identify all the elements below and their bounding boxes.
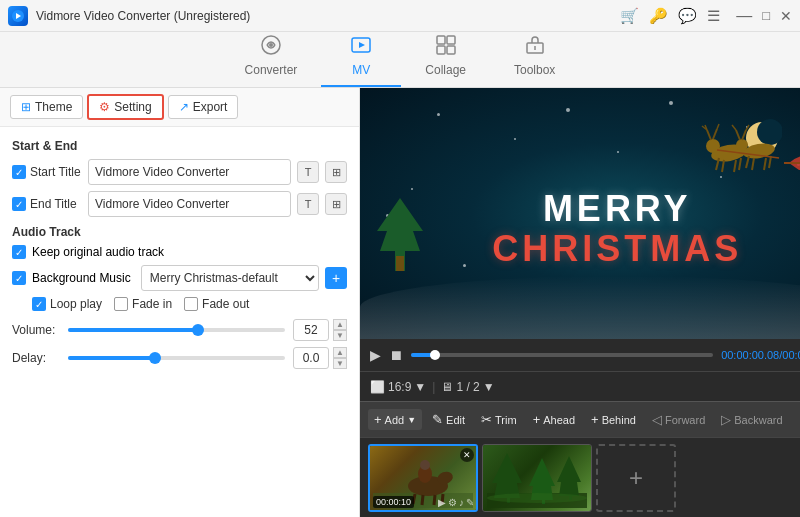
app-logo [8, 6, 28, 26]
clip-select-btn[interactable]: 🖥 1 / 2 ▼ [441, 380, 494, 394]
subtab-theme[interactable]: ⊞ Theme [10, 95, 83, 119]
volume-up-btn[interactable]: ▲ [333, 319, 347, 330]
play-button[interactable]: ▶ [370, 347, 381, 363]
thumbnail-2[interactable] [482, 444, 592, 512]
svg-point-3 [269, 43, 273, 47]
svg-line-32 [732, 125, 736, 130]
subtab-export[interactable]: ↗ Export [168, 95, 239, 119]
empty-btn[interactable]: 🗑 Empty [793, 409, 800, 430]
volume-value: 52 [293, 319, 329, 341]
maximize-button[interactable]: □ [762, 8, 770, 23]
reindeer-scene [669, 108, 800, 188]
thumb-play-icon[interactable]: ▶ [438, 497, 446, 508]
end-title-grid-btn[interactable]: ⊞ [325, 193, 347, 215]
key-icon[interactable]: 🔑 [649, 7, 668, 25]
svg-line-33 [742, 130, 746, 140]
svg-line-28 [713, 129, 717, 139]
end-title-font-btn[interactable]: T [297, 193, 319, 215]
minimize-button[interactable]: — [736, 8, 752, 24]
svg-line-17 [722, 160, 724, 172]
trim-btn[interactable]: ✂ Trim [475, 409, 523, 430]
fade-in-label: Fade in [114, 297, 172, 311]
tab-collage[interactable]: Collage [401, 28, 490, 87]
tab-converter[interactable]: Converter [221, 28, 322, 87]
start-end-title: Start & End [12, 139, 347, 153]
forward-icon: ◁ [652, 412, 662, 427]
end-title-input[interactable] [88, 191, 291, 217]
close-button[interactable]: ✕ [780, 8, 792, 24]
thumbnails-area: 00:00:10 ✕ ▶ ⚙ ♪ ✎ [360, 437, 800, 517]
start-title-checkbox[interactable]: ✓ [12, 165, 26, 179]
cart-icon[interactable]: 🛒 [620, 7, 639, 25]
setting-icon: ⚙ [99, 100, 110, 114]
svg-point-24 [706, 139, 720, 153]
svg-line-31 [736, 130, 740, 140]
behind-btn[interactable]: + Behind [585, 409, 642, 430]
subtab-setting[interactable]: ⚙ Setting [87, 94, 163, 120]
add-thumbnail-btn[interactable]: + [596, 444, 676, 512]
ratio-icon: ⬜ [370, 380, 385, 394]
tree-left [375, 196, 425, 276]
edit-btn[interactable]: ✎ Edit [426, 409, 471, 430]
fade-in-checkbox[interactable] [114, 297, 128, 311]
fade-out-checkbox[interactable] [184, 297, 198, 311]
tab-toolbox-label: Toolbox [514, 63, 555, 77]
tab-mv-label: MV [352, 63, 370, 77]
delay-slider[interactable] [68, 356, 285, 360]
volume-down-btn[interactable]: ▼ [333, 330, 347, 341]
loop-play-checkbox[interactable]: ✓ [32, 297, 46, 311]
svg-point-51 [420, 460, 430, 470]
thumbnail-1[interactable]: 00:00:10 ✕ ▶ ⚙ ♪ ✎ [368, 444, 478, 512]
thumb-edit-icon[interactable]: ✎ [466, 497, 474, 508]
bg-music-checkbox[interactable]: ✓ [12, 271, 26, 285]
start-title-grid-btn[interactable]: ⊞ [325, 161, 347, 183]
video-bottom-bar: ⬜ 16:9 ▼ | 🖥 1 / 2 ▼ Export [360, 371, 800, 401]
stop-button[interactable]: ⏹ [389, 347, 403, 363]
fade-out-label: Fade out [184, 297, 249, 311]
snow-ground [360, 276, 800, 339]
bg-music-select[interactable]: Merry Christmas-default [141, 265, 319, 291]
start-title-font-btn[interactable]: T [297, 161, 319, 183]
add-dropdown-arrow: ▼ [407, 415, 416, 425]
delay-down-btn[interactable]: ▼ [333, 358, 347, 369]
svg-line-25 [707, 130, 711, 140]
loop-play-label: ✓ Loop play [32, 297, 102, 311]
ahead-icon: + [533, 412, 541, 427]
tab-toolbox[interactable]: Toolbox [490, 28, 579, 87]
progress-bar[interactable] [411, 353, 713, 357]
svg-point-30 [736, 139, 748, 151]
top-nav: Converter MV Collage Toolbox [0, 32, 800, 88]
video-background: MERRY CHRISTMAS [360, 88, 800, 339]
settings-panel: Start & End ✓ Start Title T ⊞ ✓ End Titl… [0, 127, 359, 517]
ahead-btn[interactable]: + Ahead [527, 409, 581, 430]
svg-marker-56 [557, 456, 581, 500]
volume-slider[interactable] [68, 328, 285, 332]
svg-marker-5 [359, 42, 365, 48]
end-title-label: ✓ End Title [12, 197, 82, 211]
bottom-separator: | [432, 380, 435, 394]
svg-rect-7 [447, 36, 455, 44]
forward-btn[interactable]: ◁ Forward [646, 409, 711, 430]
start-title-label: ✓ Start Title [12, 165, 82, 179]
svg-point-57 [487, 493, 587, 503]
menu-icon[interactable]: ☰ [707, 7, 720, 25]
add-music-btn[interactable]: + [325, 267, 347, 289]
aspect-ratio-btn[interactable]: ⬜ 16:9 ▼ [370, 380, 426, 394]
tab-mv[interactable]: MV [321, 28, 401, 87]
thumb-settings-icon[interactable]: ⚙ [448, 497, 457, 508]
backward-btn[interactable]: ▷ Backward [715, 409, 788, 430]
collage-icon [435, 34, 457, 61]
end-title-checkbox[interactable]: ✓ [12, 197, 26, 211]
tab-converter-label: Converter [245, 63, 298, 77]
thumb-close-1[interactable]: ✕ [460, 448, 474, 462]
svg-rect-39 [396, 256, 404, 271]
bg-music-label: Background Music [32, 271, 131, 285]
thumb-audio-icon[interactable]: ♪ [459, 497, 464, 508]
keep-original-checkbox[interactable]: ✓ [12, 245, 26, 259]
delay-up-btn[interactable]: ▲ [333, 347, 347, 358]
mv-icon [350, 34, 372, 61]
merry-text: MERRY [492, 189, 742, 229]
add-clip-btn[interactable]: + Add ▼ [368, 409, 422, 430]
start-title-input[interactable] [88, 159, 291, 185]
chat-icon[interactable]: 💬 [678, 7, 697, 25]
